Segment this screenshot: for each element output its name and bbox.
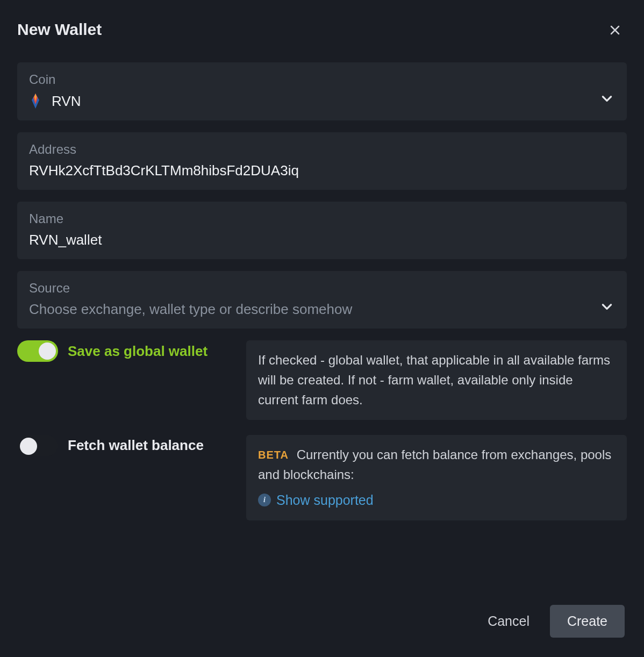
create-button[interactable]: Create: [550, 605, 625, 638]
fetch-balance-label: Fetch wallet balance: [68, 437, 204, 454]
source-select[interactable]: Source Choose exchange, wallet type or d…: [17, 271, 627, 328]
toggle-knob: [39, 342, 56, 360]
source-placeholder: Choose exchange, wallet type or describe…: [29, 301, 615, 318]
coin-label: Coin: [29, 72, 615, 87]
coin-value-row: RVN: [29, 92, 615, 110]
coin-value: RVN: [52, 93, 615, 110]
global-wallet-row: Save as global wallet If checked - globa…: [17, 340, 627, 420]
form: Coin RVN Address: [17, 62, 627, 520]
coin-select[interactable]: Coin RVN: [17, 62, 627, 120]
address-label: Address: [29, 142, 615, 157]
new-wallet-modal: New Wallet Coin RVN: [0, 0, 644, 657]
global-wallet-info: If checked - global wallet, that applica…: [246, 340, 627, 420]
address-input[interactable]: [29, 162, 615, 179]
rvn-coin-icon: [29, 92, 42, 110]
show-supported-link[interactable]: Show supported: [276, 490, 374, 511]
close-button[interactable]: [605, 22, 625, 41]
cancel-button[interactable]: Cancel: [482, 606, 535, 637]
name-label: Name: [29, 211, 615, 226]
chevron-down-icon: [599, 90, 615, 106]
name-input[interactable]: [29, 232, 615, 248]
close-icon: [609, 24, 621, 39]
global-wallet-label: Save as global wallet: [68, 343, 207, 360]
info-icon: i: [258, 494, 271, 506]
footer: Cancel Create: [482, 605, 625, 638]
fetch-balance-info: BETA Currently you can fetch balance fro…: [246, 435, 627, 520]
chevron-down-icon: [599, 298, 615, 315]
fetch-balance-toggle[interactable]: [17, 435, 58, 456]
modal-title: New Wallet: [17, 20, 627, 39]
global-wallet-info-text: If checked - global wallet, that applica…: [258, 353, 610, 407]
toggle-knob: [20, 438, 37, 455]
fetch-balance-row: Fetch wallet balance BETA Currently you …: [17, 435, 627, 520]
address-field[interactable]: Address: [17, 132, 627, 190]
source-label: Source: [29, 281, 615, 296]
name-field[interactable]: Name: [17, 202, 627, 259]
beta-badge: BETA: [258, 449, 289, 461]
global-wallet-toggle[interactable]: [17, 340, 58, 362]
fetch-balance-info-text: Currently you can fetch balance from exc…: [258, 447, 611, 482]
